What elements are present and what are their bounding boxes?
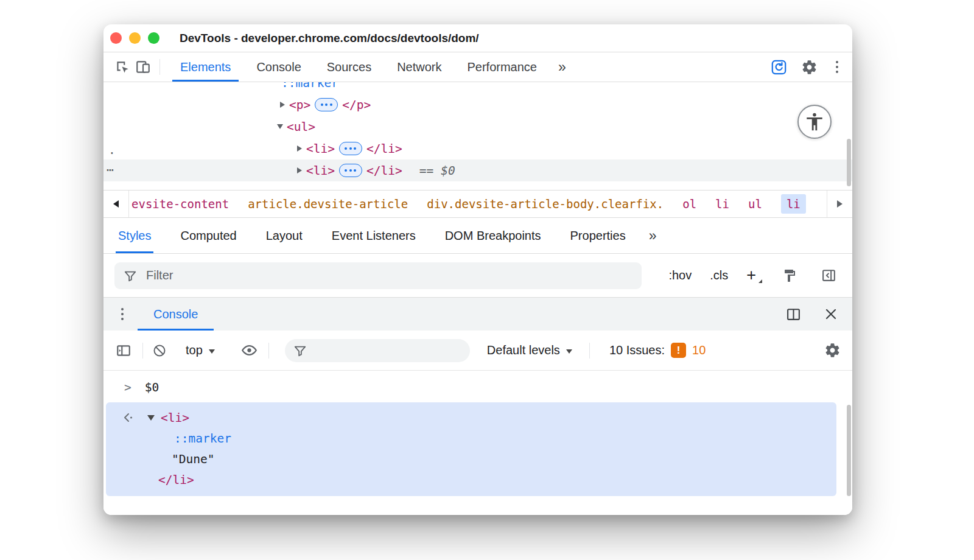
toolbar-right-icons (768, 57, 852, 77)
expand-arrow-icon[interactable] (293, 145, 306, 152)
breadcrumb-item[interactable]: div.devsite-article-body.clearfix. (427, 197, 664, 211)
selected-node-reference: $0 (441, 164, 455, 178)
return-value-icon (122, 411, 134, 424)
tab-sources[interactable]: Sources (314, 52, 384, 82)
more-sidebar-tabs-button[interactable]: » (640, 228, 665, 244)
breadcrumb: evsite-content article.devsite-article d… (103, 190, 852, 218)
titlebar: DevTools - developer.chrome.com/docs/dev… (103, 24, 852, 52)
toolbar-divider (589, 343, 590, 359)
tab-properties[interactable]: Properties (556, 218, 640, 253)
accessibility-overlay-button[interactable] (797, 105, 832, 139)
breadcrumb-item[interactable]: ul (748, 197, 762, 211)
tab-performance[interactable]: Performance (455, 52, 550, 82)
console-settings-button[interactable] (822, 340, 843, 361)
elements-scrollbar-thumb[interactable] (847, 139, 851, 186)
issues-counter-button[interactable]: 10 Issues: ! 10 (609, 343, 706, 358)
tab-computed[interactable]: Computed (166, 218, 251, 253)
context-label: top (186, 343, 203, 357)
console-filter-input[interactable] (285, 339, 470, 362)
expand-arrow-icon[interactable] (276, 102, 289, 108)
close-window-button[interactable] (110, 32, 122, 44)
log-levels-selector[interactable]: Default levels (487, 343, 572, 357)
tab-styles[interactable]: Styles (103, 218, 166, 253)
tab-console-drawer[interactable]: Console (138, 298, 214, 331)
filter-funnel-icon (293, 344, 307, 357)
tree-row-selected[interactable]: <li> </li> == $0 (103, 159, 852, 181)
styles-filter-row: Filter :hov .cls + (103, 254, 852, 298)
close-drawer-button[interactable] (821, 304, 841, 324)
window-title: DevTools - developer.chrome.com/docs/dev… (180, 32, 479, 45)
breadcrumb-item-selected[interactable]: li (781, 194, 806, 214)
new-style-rule-button[interactable]: + (746, 266, 761, 285)
console-sidebar-button[interactable] (113, 340, 134, 361)
breadcrumb-items: evsite-content article.devsite-article d… (129, 191, 827, 217)
collapse-arrow-icon[interactable] (273, 124, 287, 129)
drawer-menu-button[interactable] (114, 305, 130, 323)
tab-elements[interactable]: Elements (167, 52, 244, 82)
tab-layout[interactable]: Layout (251, 218, 317, 253)
toolbar-divider (159, 59, 160, 75)
tab-network[interactable]: Network (384, 52, 454, 82)
toggle-sidebar-button[interactable] (818, 265, 839, 286)
console-evaluated-expression: $0 (145, 380, 159, 394)
tab-console[interactable]: Console (244, 52, 314, 82)
li-close-tag: </li> (366, 142, 402, 156)
breadcrumb-item[interactable]: article.devsite-article (248, 197, 408, 211)
collapse-arrow-icon[interactable] (144, 415, 158, 421)
minimize-window-button[interactable] (129, 32, 141, 44)
breadcrumb-scroll-left-button[interactable] (103, 191, 129, 217)
console-result-block[interactable]: <li> ::marker "Dune" </li> (106, 402, 836, 496)
selected-node-equals: == (419, 164, 433, 178)
tab-dom-breakpoints[interactable]: DOM Breakpoints (430, 218, 556, 253)
gutter-dot: . (108, 143, 116, 157)
inspect-element-button[interactable] (112, 57, 133, 77)
li-open-tag: <li> (306, 142, 335, 156)
breadcrumb-item[interactable]: ol (682, 197, 696, 211)
result-string-value: "Dune" (172, 452, 214, 466)
tree-row[interactable]: <li> </li> (103, 138, 852, 159)
more-tabs-button[interactable]: » (550, 59, 575, 75)
breadcrumb-scroll-right-button[interactable] (827, 191, 852, 217)
javascript-context-selector[interactable]: top (186, 343, 215, 357)
main-menu-button[interactable] (829, 58, 845, 76)
console-evaluated-line: > $0 (103, 374, 852, 400)
create-live-expression-button[interactable] (239, 340, 260, 361)
styles-filter-input[interactable]: Filter (114, 262, 642, 289)
tree-row[interactable]: <p> </p> (103, 94, 852, 116)
result-line: </li> (106, 469, 836, 490)
console-scrollbar-thumb[interactable] (847, 405, 851, 496)
tab-event-listeners[interactable]: Event Listeners (317, 218, 430, 253)
rendering-button[interactable] (779, 265, 800, 286)
breadcrumb-item[interactable]: evsite-content (131, 197, 229, 211)
ellipsis-expand-button[interactable] (315, 98, 338, 111)
ellipsis-expand-button[interactable] (339, 164, 362, 177)
panel-tabs: Elements Console Sources Network Perform… (167, 52, 550, 82)
result-open-tag: <li> (161, 411, 189, 425)
toggle-element-state-button[interactable]: :hov (668, 268, 692, 282)
element-classes-button[interactable]: .cls (710, 268, 728, 282)
zoom-window-button[interactable] (148, 32, 159, 44)
device-toolbar-button[interactable] (133, 57, 153, 77)
dock-sidebar-icon (821, 268, 836, 283)
sync-button[interactable] (768, 57, 789, 77)
split-panel-icon (786, 307, 801, 322)
device-toolbar-icon (135, 59, 151, 75)
devtools-window: DevTools - developer.chrome.com/docs/dev… (103, 24, 852, 515)
settings-button[interactable] (799, 57, 819, 77)
li-close-tag: </li> (366, 164, 402, 178)
split-panel-button[interactable] (783, 304, 804, 324)
result-line: ::marker (106, 428, 836, 449)
clear-console-button[interactable] (149, 340, 170, 361)
tree-row[interactable]: <ul> (103, 116, 852, 138)
chevron-down-icon (209, 349, 215, 354)
expand-arrow-icon[interactable] (293, 167, 306, 173)
toolbar-divider (268, 343, 269, 359)
breadcrumb-item[interactable]: li (715, 197, 729, 211)
issues-icon: ! (671, 343, 686, 358)
gear-icon (824, 342, 841, 359)
tree-row[interactable]: ::marker (103, 82, 852, 94)
close-icon (824, 307, 838, 321)
gutter-overflow-ellipsis: … (107, 160, 114, 174)
ellipsis-expand-button[interactable] (339, 142, 362, 155)
li-open-tag: <li> (306, 164, 335, 178)
